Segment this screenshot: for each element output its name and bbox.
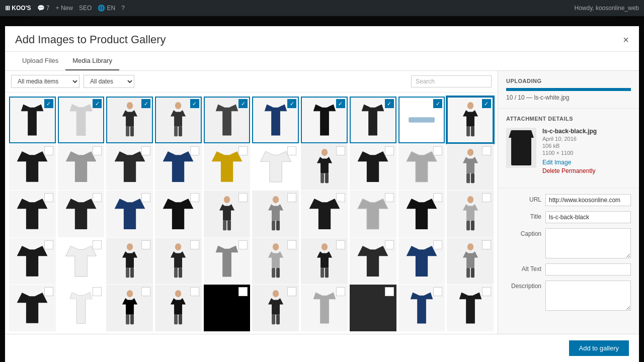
gallery-item[interactable] bbox=[350, 238, 396, 285]
gallery-item[interactable] bbox=[106, 285, 153, 331]
svg-marker-61 bbox=[407, 199, 437, 229]
gallery-item[interactable] bbox=[398, 144, 445, 191]
tab-upload-files[interactable]: Upload Files bbox=[15, 52, 65, 70]
svg-marker-116 bbox=[411, 293, 433, 324]
svg-marker-94 bbox=[70, 293, 92, 324]
svg-rect-108 bbox=[272, 315, 275, 325]
svg-point-89 bbox=[467, 243, 473, 250]
attachment-section: ATTACHMENT DETAILS ls-c-back-black.jpg A… bbox=[498, 109, 639, 188]
svg-marker-98 bbox=[122, 298, 137, 315]
gallery-item[interactable] bbox=[447, 285, 494, 331]
admin-bar-new[interactable]: + New bbox=[56, 5, 73, 12]
gallery-item[interactable] bbox=[398, 285, 445, 331]
gallery-item[interactable] bbox=[252, 238, 299, 285]
gallery-item[interactable] bbox=[58, 238, 105, 285]
admin-bar-user: Howdy, koosonline_web bbox=[574, 5, 639, 12]
gallery-item[interactable] bbox=[252, 191, 299, 237]
svg-marker-56 bbox=[268, 204, 283, 221]
gallery-item[interactable] bbox=[252, 285, 299, 331]
svg-rect-39 bbox=[320, 173, 324, 184]
svg-marker-102 bbox=[171, 298, 186, 315]
date-filter[interactable]: All dates bbox=[84, 75, 134, 88]
title-input[interactable] bbox=[545, 211, 631, 223]
gallery-item[interactable]: ✓ bbox=[398, 97, 445, 143]
svg-rect-57 bbox=[272, 221, 275, 231]
admin-bar-help[interactable]: ? bbox=[121, 5, 125, 12]
gallery-item[interactable] bbox=[9, 144, 56, 191]
svg-point-27 bbox=[467, 102, 473, 109]
gallery-item[interactable] bbox=[447, 238, 494, 285]
url-label: URL bbox=[506, 194, 541, 203]
caption-input[interactable] bbox=[545, 228, 631, 258]
gallery-item[interactable] bbox=[204, 191, 251, 237]
gallery-item[interactable] bbox=[58, 191, 105, 237]
gallery-item[interactable] bbox=[204, 285, 251, 331]
gallery-item[interactable]: ✓ bbox=[106, 97, 153, 143]
svg-rect-13 bbox=[179, 127, 182, 137]
gallery-item[interactable] bbox=[155, 238, 202, 285]
gallery-item[interactable] bbox=[301, 285, 348, 331]
gallery-item[interactable] bbox=[9, 238, 56, 285]
svg-marker-31 bbox=[17, 152, 48, 183]
admin-bar-seo[interactable]: SEO bbox=[79, 5, 92, 12]
svg-rect-104 bbox=[179, 315, 182, 325]
gallery-item[interactable] bbox=[106, 238, 153, 285]
svg-rect-40 bbox=[325, 173, 328, 184]
gallery-item[interactable] bbox=[350, 191, 396, 237]
tab-media-library[interactable]: Media Library bbox=[65, 52, 119, 70]
gallery-item[interactable] bbox=[155, 144, 202, 191]
description-input[interactable] bbox=[545, 281, 631, 311]
modal-close-button[interactable]: × bbox=[623, 35, 629, 45]
gallery-item[interactable] bbox=[58, 285, 105, 331]
gallery-item[interactable] bbox=[398, 238, 445, 285]
gallery-item[interactable] bbox=[447, 191, 494, 237]
gallery-item[interactable] bbox=[350, 144, 396, 191]
media-search-input[interactable] bbox=[411, 75, 492, 87]
alttext-input[interactable] bbox=[545, 263, 631, 276]
delete-image-link[interactable]: Delete Permanently bbox=[542, 167, 595, 174]
edit-image-link[interactable]: Edit Image bbox=[542, 159, 631, 166]
gallery-item[interactable] bbox=[301, 144, 348, 191]
gallery-item[interactable] bbox=[9, 285, 56, 331]
gallery-item[interactable] bbox=[204, 238, 251, 285]
gallery-item[interactable] bbox=[106, 191, 153, 237]
gallery-item[interactable]: ✓ bbox=[252, 97, 299, 143]
gallery-item[interactable]: ✓ bbox=[301, 97, 348, 143]
svg-marker-105 bbox=[212, 293, 243, 323]
svg-point-37 bbox=[321, 149, 327, 156]
gallery-item[interactable]: ✓ bbox=[447, 97, 494, 143]
gallery-item[interactable] bbox=[155, 191, 202, 237]
admin-bar-lang[interactable]: 🌐 EN bbox=[98, 5, 115, 12]
site-brand: ⊞ KOO'S bbox=[5, 5, 31, 12]
svg-marker-63 bbox=[463, 204, 478, 221]
gallery-item[interactable] bbox=[301, 191, 348, 237]
gallery-item[interactable] bbox=[447, 144, 494, 191]
svg-marker-32 bbox=[66, 152, 97, 183]
svg-marker-48 bbox=[66, 199, 97, 229]
svg-point-51 bbox=[224, 196, 230, 203]
gallery-item[interactable] bbox=[58, 144, 105, 191]
gallery-item[interactable]: ✓ bbox=[9, 97, 56, 143]
media-type-filter[interactable]: All media items bbox=[11, 75, 79, 88]
url-input[interactable] bbox=[545, 194, 631, 206]
gallery-item[interactable] bbox=[398, 191, 445, 237]
gallery-item[interactable] bbox=[204, 144, 251, 191]
gallery-item[interactable]: ✓ bbox=[155, 97, 202, 143]
gallery-item[interactable]: ✓ bbox=[58, 97, 105, 143]
gallery-item[interactable] bbox=[155, 285, 202, 331]
svg-rect-53 bbox=[223, 221, 226, 231]
svg-marker-88 bbox=[407, 246, 437, 277]
gallery-item[interactable]: ✓ bbox=[350, 97, 396, 143]
detail-fields: URL Title Caption Alt Text bbox=[498, 188, 639, 322]
gallery-item[interactable] bbox=[9, 191, 56, 237]
gallery-item[interactable] bbox=[252, 144, 299, 191]
attachment-preview-row: ls-c-back-black.jpg April 10, 2016 106 k… bbox=[506, 128, 631, 174]
gallery-item[interactable] bbox=[350, 285, 396, 331]
admin-bar-comments[interactable]: 💬 7 bbox=[37, 5, 50, 12]
gallery-item[interactable]: ✓ bbox=[204, 97, 251, 143]
add-to-gallery-button[interactable]: Add to gallery bbox=[569, 340, 629, 356]
gallery-item[interactable] bbox=[301, 238, 348, 285]
gallery-item[interactable] bbox=[106, 144, 153, 191]
modal-overlay: Add Images to Product Gallery × Upload F… bbox=[0, 16, 644, 362]
alttext-field-row: Alt Text bbox=[506, 263, 631, 276]
